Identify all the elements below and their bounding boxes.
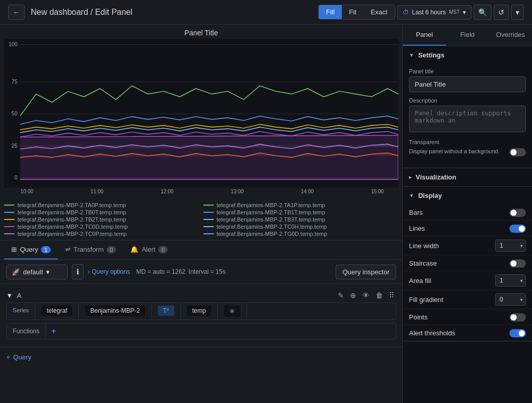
- functions-label-cell: Functions: [7, 324, 46, 339]
- benjamins-chip: Benjamins-MBP-2: [85, 306, 145, 316]
- tab-alert[interactable]: 🔔 Alert 0: [123, 240, 175, 259]
- svg-text:100: 100: [9, 41, 17, 47]
- more-icon: ▾: [516, 8, 519, 16]
- transparent-toggle[interactable]: [509, 148, 526, 156]
- refresh-button[interactable]: ↺: [494, 5, 509, 20]
- staircase-label: Staircase: [409, 259, 509, 267]
- line-width-label: Line width: [409, 242, 495, 250]
- add-query-button[interactable]: + Query: [6, 351, 31, 363]
- fill-gradient-label: Fill gradient: [409, 296, 495, 304]
- legend-item-label: telegraf.Benjamins-MBP-2.TA1P.temp.temp: [217, 202, 325, 208]
- main-layout: Panel Title 100 75 50 25 0: [0, 25, 532, 403]
- legend-item-label: telegraf.Benjamins-MBP-2.TC0P.temp.temp: [17, 231, 127, 237]
- query-editor: 🚀 default ▾ ℹ › Query options MD = auto …: [0, 260, 402, 403]
- area-fill-select[interactable]: 102: [495, 274, 526, 287]
- query-badge: 1: [41, 246, 50, 253]
- points-toggle[interactable]: [509, 313, 526, 321]
- tab-panel[interactable]: Panel: [403, 25, 446, 46]
- tab-field[interactable]: Field: [446, 25, 489, 46]
- chart-svg: 100 75 50 25 0: [4, 39, 398, 188]
- clock-icon: ⏱: [403, 9, 409, 16]
- visualization-section-header[interactable]: ▸ Visualization: [403, 168, 532, 186]
- more-options-button[interactable]: ▾: [511, 5, 524, 20]
- query-section-a: ▼ A ✎ ⊕ 👁 🗑 ⠿ Series telegraf: [0, 284, 402, 345]
- settings-section-label: Settings: [418, 51, 444, 59]
- telegraf-field[interactable]: telegraf: [35, 303, 79, 319]
- lines-row: Lines: [403, 220, 532, 236]
- chart-legend: telegraf.Benjamins-MBP-2.TA0P.temp.tempt…: [0, 199, 402, 240]
- visualization-section: ▸ Visualization: [403, 168, 532, 187]
- time-range-label: Last 6 hours: [412, 9, 446, 16]
- temp-chip: temp: [187, 306, 211, 316]
- back-button[interactable]: ←: [8, 5, 25, 20]
- alert-icon: 🔔: [130, 246, 138, 253]
- time-range-picker[interactable]: ⏱ Last 6 hours MST ▾: [397, 5, 472, 19]
- description-textarea[interactable]: [409, 106, 526, 132]
- back-icon: ←: [13, 8, 20, 16]
- viz-chevron-icon: ▸: [409, 174, 412, 180]
- legend-line-color: [203, 212, 214, 213]
- add-function-button[interactable]: +: [46, 324, 61, 339]
- alert-thresholds-toggle[interactable]: [509, 329, 526, 337]
- legend-item-label: telegraf.Benjamins-MBP-2.TB3T.temp.temp: [217, 216, 325, 223]
- legend-item-label: telegraf.Benjamins-MBP-2.TB2T.temp.temp: [17, 216, 126, 223]
- copy-query-button[interactable]: ⊕: [348, 290, 358, 300]
- settings-section: ▼ Settings Panel title Description Trans…: [403, 46, 532, 168]
- settings-section-header[interactable]: ▼ Settings: [403, 46, 532, 64]
- star-field[interactable]: ✳: [218, 303, 247, 319]
- area-fill-select-wrapper: 102: [495, 274, 526, 287]
- drag-handle[interactable]: ⠿: [387, 290, 396, 300]
- collapse-icon: ▼: [6, 292, 13, 299]
- benjamins-field[interactable]: Benjamins-MBP-2: [79, 303, 152, 319]
- fill-gradient-select[interactable]: 012: [495, 293, 526, 306]
- tab-query[interactable]: ⊞ Query 1: [4, 240, 58, 259]
- temp-field[interactable]: temp: [181, 303, 218, 319]
- tab-overrides[interactable]: Overrides: [489, 25, 532, 46]
- expand-icon: ›: [88, 268, 90, 275]
- svg-text:25: 25: [11, 142, 17, 148]
- query-toolbar: 🚀 default ▾ ℹ › Query options MD = auto …: [0, 260, 402, 284]
- edit-query-button[interactable]: ✎: [336, 290, 346, 300]
- delete-query-button[interactable]: 🗑: [374, 290, 385, 300]
- bars-toggle[interactable]: [509, 209, 526, 217]
- lines-label: Lines: [409, 225, 509, 232]
- datasource-chevron-icon: ▾: [46, 268, 50, 276]
- points-label: Points: [409, 313, 509, 321]
- exact-button[interactable]: Exact: [363, 5, 395, 19]
- datasource-select[interactable]: 🚀 default ▾: [6, 265, 68, 279]
- query-row-actions: ✎ ⊕ 👁 🗑 ⠿: [336, 290, 396, 300]
- zoom-button[interactable]: 🔍: [474, 5, 492, 20]
- right-panel: Panel Field Overrides ▼ Settings Panel t…: [403, 25, 532, 403]
- header-controls: Fill Fit Exact ⏱ Last 6 hours MST ▾ 🔍 ↺ …: [318, 5, 524, 20]
- line-width-select[interactable]: 123: [495, 239, 526, 252]
- tab-transform[interactable]: ⇌ Transform 0: [58, 240, 124, 259]
- legend-item-label: telegraf.Benjamins-MBP-2.TC0H.temp.temp: [217, 224, 327, 230]
- legend-line-color: [203, 219, 214, 220]
- toggle-visibility-button[interactable]: 👁: [360, 290, 372, 300]
- info-button[interactable]: ℹ: [72, 264, 84, 279]
- fit-button[interactable]: Fit: [342, 5, 363, 19]
- staircase-row: Staircase: [403, 255, 532, 271]
- t-chip: T*: [158, 306, 174, 316]
- fill-button[interactable]: Fill: [319, 5, 342, 19]
- legend-line-color: [203, 233, 214, 234]
- lines-toggle[interactable]: [509, 225, 526, 233]
- staircase-toggle[interactable]: [509, 259, 526, 268]
- query-fields-row: Series telegraf Benjamins-MBP-2 T* temp …: [6, 303, 396, 320]
- legend-item: telegraf.Benjamins-MBP-2.TB1T.temp.temp: [203, 209, 399, 215]
- legend-item: telegraf.Benjamins-MBP-2.TA0P.temp.temp: [4, 202, 199, 208]
- display-section: ▼ Display Bars Lines Line width 123: [403, 187, 532, 341]
- legend-line-color: [4, 205, 14, 206]
- panel-title-group: Panel title: [409, 68, 526, 92]
- legend-item-label: telegraf.Benjamins-MBP-2.TC0D.temp.temp: [17, 224, 128, 230]
- telegraf-chip: telegraf: [42, 306, 72, 316]
- query-options-button[interactable]: › Query options: [88, 268, 130, 275]
- query-meta: MD = auto = 1262 Interval = 15s: [136, 268, 226, 275]
- legend-line-color: [203, 205, 214, 206]
- display-section-header[interactable]: ▼ Display: [403, 187, 532, 205]
- panel-title-input[interactable]: [409, 76, 526, 92]
- area-fill-label: Area fill: [409, 277, 495, 285]
- fill-gradient-row: Fill gradient 012: [403, 290, 532, 309]
- t-field[interactable]: T*: [152, 303, 181, 319]
- query-inspector-button[interactable]: Query inspector: [336, 265, 396, 279]
